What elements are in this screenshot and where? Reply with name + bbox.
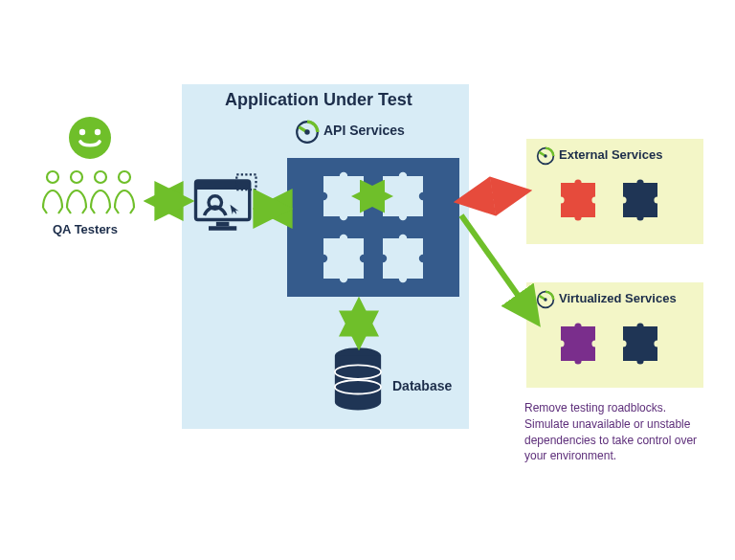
caption-text: Remove testing roadblocks. Simulate unav… [524,400,711,464]
arrow-api-virtualized [461,215,536,321]
connectors-layer [0,0,735,560]
arrow-api-external [461,191,524,201]
